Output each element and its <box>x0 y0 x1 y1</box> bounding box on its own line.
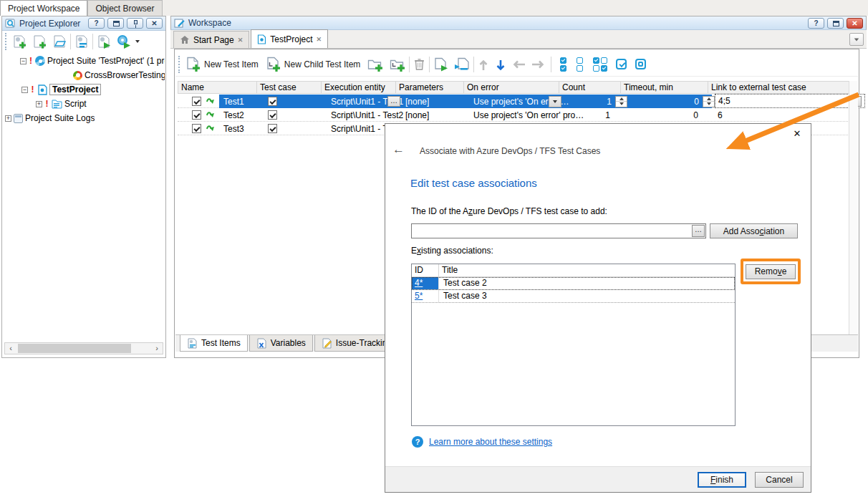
restore-button[interactable] <box>107 18 124 29</box>
restore-button[interactable] <box>827 18 844 29</box>
tab-start-page[interactable]: Start Page ✕ <box>173 31 249 48</box>
on-error-cell[interactable]: Use project's 'On error'… <box>471 95 548 108</box>
run-focused-button[interactable] <box>454 57 470 72</box>
spin-up-icon[interactable] <box>616 97 627 102</box>
close-tab-icon[interactable]: ✕ <box>317 36 322 43</box>
tree-item-crossbrowsertesting[interactable]: CrossBrowserTesting <box>3 68 165 82</box>
execution-entity-cell[interactable]: Script\Unit1 - Test1 <box>328 95 387 108</box>
collapse-icon[interactable]: − <box>21 87 28 93</box>
column-header-link[interactable]: Link to external test case <box>708 82 849 93</box>
move-up-button[interactable] <box>478 59 489 70</box>
column-header-on-error[interactable]: On error <box>464 82 559 93</box>
count-spinner[interactable] <box>615 96 627 107</box>
column-header-name[interactable]: Name <box>178 82 257 93</box>
collapse-icon[interactable]: − <box>20 58 26 64</box>
tree-item-project-suite[interactable]: − ! Project Suite 'TestProject' (1 proje… <box>3 54 165 68</box>
id-cell[interactable]: 4* <box>412 277 439 289</box>
tab-list-dropdown-button[interactable] <box>849 33 864 46</box>
tab-project-workspace[interactable]: Project Workspace <box>0 0 87 16</box>
parameters-cell[interactable]: [none] <box>402 108 471 122</box>
title-cell[interactable]: Test case 3 <box>439 290 735 302</box>
finish-button[interactable]: Finish <box>698 472 746 488</box>
execution-entity-cell[interactable]: Script\Unit1 - Test2 <box>328 108 400 122</box>
horizontal-scrollbar[interactable]: ‹ › <box>4 342 163 354</box>
link-cell[interactable]: 6 <box>715 108 758 122</box>
association-row[interactable]: 4* Test case 2 <box>412 277 735 290</box>
timeout-spinner[interactable] <box>703 96 715 107</box>
expand-icon[interactable]: + <box>36 101 42 107</box>
parameters-cell[interactable]: [none] <box>402 95 471 108</box>
name-cell[interactable]: Test3 <box>221 122 261 135</box>
scroll-right-icon[interactable]: › <box>151 343 163 354</box>
expand-icon[interactable]: + <box>5 115 11 122</box>
column-header-count[interactable]: Count <box>559 82 621 93</box>
close-tab-icon[interactable]: ✕ <box>238 37 243 44</box>
test-item-row[interactable]: Test1 Script\Unit1 - Test1 … [none] Use … <box>178 95 849 108</box>
move-down-button[interactable] <box>495 59 506 70</box>
spin-down-icon[interactable] <box>616 102 627 107</box>
toolbar-overflow-icon[interactable] <box>135 40 140 43</box>
link-to-external-test-case-editor[interactable]: 4;5 <box>715 94 865 108</box>
count-cell[interactable]: 1 <box>579 95 614 108</box>
title-cell[interactable]: Test case 2 <box>439 277 735 289</box>
on-error-cell[interactable]: Use project's 'On error' pro… <box>471 108 566 122</box>
new-child-group-button[interactable] <box>390 57 405 72</box>
learn-more-link[interactable]: Learn more about these settings <box>429 437 552 447</box>
spin-up-icon[interactable] <box>703 97 714 102</box>
column-header-test-case[interactable]: Test case <box>257 82 322 93</box>
dialog-close-icon[interactable]: ✕ <box>791 127 804 140</box>
close-button[interactable]: ✕ <box>847 18 863 29</box>
tab-variables[interactable]: Variables <box>249 335 313 352</box>
name-cell[interactable]: Test1 <box>221 95 261 108</box>
tab-test-items[interactable]: Test Items <box>180 335 248 352</box>
check-all-button[interactable] <box>560 57 566 72</box>
help-button[interactable]: ? <box>808 18 824 29</box>
scrollbar-thumb[interactable] <box>18 344 131 353</box>
check-selected-button[interactable] <box>616 59 627 69</box>
enabled-checkbox[interactable] <box>192 124 201 133</box>
enabled-checkbox[interactable] <box>192 110 201 120</box>
tree-item-testproject[interactable]: − ! TestProject <box>3 82 165 97</box>
count-cell[interactable]: 1 <box>566 108 613 122</box>
ellipsis-button[interactable]: … <box>387 96 400 107</box>
test-case-checkbox[interactable] <box>268 97 277 106</box>
run-project-button[interactable] <box>97 34 111 49</box>
name-cell[interactable]: Test2 <box>221 108 261 122</box>
new-test-item-button[interactable]: New Test Item <box>185 57 259 72</box>
move-right-button[interactable] <box>531 59 542 70</box>
move-left-button[interactable] <box>512 59 524 70</box>
test-case-checkbox[interactable] <box>268 124 277 133</box>
tab-testproject[interactable]: TestProject ✕ <box>251 29 328 48</box>
vertical-scrollbar[interactable] <box>849 81 858 334</box>
delete-button[interactable] <box>413 57 425 71</box>
uncheck-selected-button[interactable] <box>635 59 646 69</box>
test-case-id-link[interactable]: 5* <box>415 291 423 301</box>
browse-ellipsis-button[interactable]: … <box>692 225 705 237</box>
pin-button[interactable] <box>127 18 143 29</box>
close-button[interactable]: ✕ <box>146 18 163 29</box>
back-arrow-icon[interactable]: ← <box>392 143 405 157</box>
new-child-test-item-button[interactable]: New Child Test Item <box>266 57 360 72</box>
column-header-timeout[interactable]: Timeout, min <box>621 82 708 93</box>
spin-down-icon[interactable] <box>703 102 714 107</box>
tree-item-script[interactable]: + ! Script <box>3 97 165 111</box>
column-header-parameters[interactable]: Parameters <box>396 82 464 93</box>
association-row[interactable]: 5* Test case 3 <box>412 290 735 303</box>
add-association-button[interactable]: Add Association <box>710 223 798 238</box>
add-new-project-suite-button[interactable] <box>12 34 26 49</box>
test-item-row[interactable]: Test2 Script\Unit1 - Test2 [none] Use pr… <box>178 108 849 122</box>
column-header-execution-entity[interactable]: Execution entity <box>322 82 396 93</box>
test-case-checkbox[interactable] <box>268 110 277 120</box>
on-error-dropdown-button[interactable] <box>549 96 561 107</box>
new-group-button[interactable] <box>367 57 383 72</box>
test-case-id-link[interactable]: 4* <box>415 278 423 288</box>
scroll-left-icon[interactable]: ‹ <box>5 343 16 354</box>
organize-test-items-button[interactable] <box>74 34 89 49</box>
cancel-button[interactable]: Cancel <box>755 472 804 488</box>
timeout-cell[interactable]: 0 <box>647 95 702 108</box>
help-button[interactable]: ? <box>88 18 105 29</box>
tree-item-project-suite-logs[interactable]: + Project Suite Logs <box>3 111 165 125</box>
test-case-id-input[interactable]: … <box>411 223 706 238</box>
timeout-cell[interactable]: 0 <box>627 108 701 122</box>
run-selected-button[interactable] <box>433 57 448 72</box>
